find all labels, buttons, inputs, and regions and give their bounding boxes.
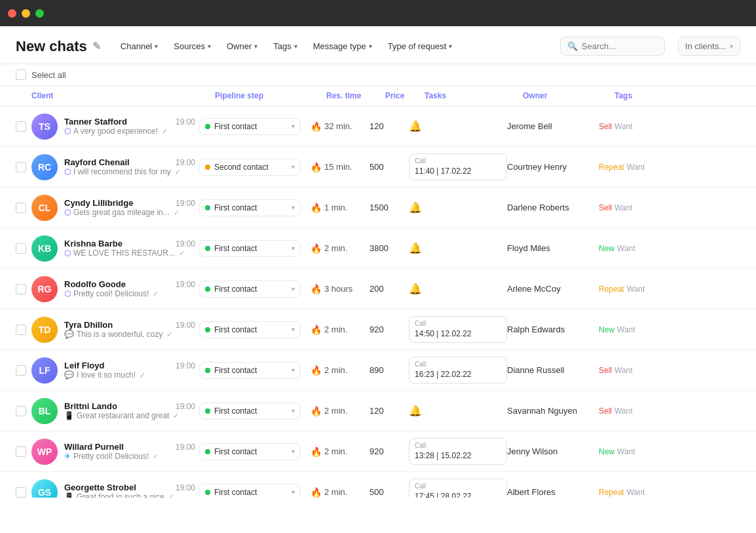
row-checkbox[interactable]	[16, 284, 26, 294]
pipeline-select[interactable]: First contact ▾	[199, 240, 301, 257]
filter-sources[interactable]: Sources ▾	[167, 37, 217, 55]
client-scope-select[interactable]: In clients... ▾	[678, 37, 740, 56]
row-owner: Jenny Wilson	[507, 446, 599, 456]
row-client: LF Leif Floyd 19:00 💬 I love it so much!…	[31, 357, 199, 384]
client-time: 19:00	[176, 321, 195, 330]
row-checkbox[interactable]	[16, 487, 26, 498]
row-checkbox[interactable]	[16, 162, 26, 172]
tag-want[interactable]: Want	[614, 406, 633, 416]
bell-icon: 🔔	[409, 121, 422, 132]
row-tasks: Call 11:40 | 17.02.22	[409, 153, 507, 180]
task-call-badge: Call 17:45 | 28.02.22	[409, 479, 507, 498]
row-checkbox[interactable]	[16, 121, 26, 132]
client-msg-text: A very good experience!	[73, 127, 158, 136]
pipeline-select[interactable]: First contact ▾	[199, 321, 301, 338]
fire-icon: 🔥	[311, 162, 322, 172]
pipeline-select[interactable]: First contact ▾	[199, 199, 301, 216]
row-client: BL Brittni Lando 19:00 📱 Great restauran…	[31, 398, 199, 424]
tag-want[interactable]: Want	[627, 163, 645, 172]
pipeline-select[interactable]: First contact ▾	[199, 362, 301, 379]
row-tags: Sell Want	[599, 406, 677, 416]
table-row[interactable]: TS Tanner Stafford 19:00 ⬡ A very good e…	[0, 106, 756, 147]
row-client: TS Tanner Stafford 19:00 ⬡ A very good e…	[31, 113, 199, 140]
row-checkbox[interactable]	[16, 446, 26, 457]
client-name: Rayford Chenail	[64, 157, 130, 167]
chevron-down-icon: ▾	[292, 245, 295, 252]
tag-sell[interactable]: Sell	[599, 366, 612, 375]
tag-want[interactable]: Want	[627, 488, 645, 497]
chevron-down-icon: ▾	[292, 366, 295, 374]
tag-sell[interactable]: Sell	[599, 406, 612, 416]
tag-want[interactable]: Want	[614, 366, 633, 375]
col-header-tags: Tags	[614, 91, 693, 100]
table-row[interactable]: BL Brittni Lando 19:00 📱 Great restauran…	[0, 391, 756, 431]
table-row[interactable]: RC Rayford Chenail 19:00 ⬡ I will recomm…	[0, 147, 756, 188]
tag-want[interactable]: Want	[617, 447, 635, 456]
row-res-time: 🔥 2 min.	[311, 446, 369, 457]
filter-type-of-request[interactable]: Type of request ▾	[381, 37, 459, 55]
pipeline-select[interactable]: First contact ▾	[199, 403, 301, 420]
client-info: Willard Purnell 19:00 ✈ Pretty cool! Del…	[64, 442, 195, 461]
chevron-down-icon: ▾	[292, 488, 295, 496]
channel-icon: ⬡	[64, 208, 71, 217]
row-tasks: 🔔	[409, 283, 507, 295]
tag-repeat[interactable]: Repeat	[599, 488, 624, 497]
tag-want[interactable]: Want	[617, 325, 635, 334]
row-checkbox-wrap	[16, 162, 31, 172]
row-tags: Repeat Want	[599, 163, 677, 172]
tag-new[interactable]: New	[599, 325, 614, 334]
pipeline-select[interactable]: First contact ▾	[199, 281, 301, 298]
chevron-down-icon: ▾	[292, 407, 295, 414]
client-time: 19:00	[176, 483, 195, 492]
tag-new[interactable]: New	[599, 447, 614, 456]
table-row[interactable]: TD Tyra Dhillon 19:00 💬 This is a wonder…	[0, 309, 756, 350]
edit-icon[interactable]: ✎	[92, 40, 101, 52]
pipeline-select[interactable]: Second contact ▾	[199, 159, 301, 176]
table-row[interactable]: GS Georgette Strobel 19:00 📱 Great food …	[0, 472, 756, 498]
close-dot[interactable]	[8, 9, 16, 18]
filter-bar: Channel ▾ Sources ▾ Owner ▾ Tags ▾ Messa…	[114, 37, 547, 55]
tag-want[interactable]: Want	[617, 244, 635, 253]
tag-sell[interactable]: Sell	[599, 203, 612, 212]
task-call-badge: Call 16:23 | 22.02.22	[409, 357, 507, 384]
maximize-dot[interactable]	[35, 9, 44, 18]
search-input[interactable]	[582, 41, 658, 51]
tag-want[interactable]: Want	[627, 285, 645, 294]
column-headers: Client Pipeline step Res. time Price Tas…	[0, 86, 756, 106]
row-checkbox-wrap	[16, 243, 31, 254]
table-row[interactable]: WP Willard Purnell 19:00 ✈ Pretty cool! …	[0, 431, 756, 472]
filter-owner[interactable]: Owner ▾	[220, 37, 264, 55]
tag-sell[interactable]: Sell	[599, 122, 612, 131]
filter-channel[interactable]: Channel ▾	[114, 37, 164, 55]
row-checkbox[interactable]	[16, 406, 26, 416]
tag-repeat[interactable]: Repeat	[599, 163, 624, 172]
tag-want[interactable]: Want	[614, 122, 633, 131]
channel-icon: ⬡	[64, 127, 71, 136]
table-row[interactable]: KB Krishna Barbe 19:00 ⬡ WE LOVE THIS RE…	[0, 228, 756, 269]
tag-repeat[interactable]: Repeat	[599, 285, 624, 294]
client-info: Georgette Strobel 19:00 📱 Great food in …	[64, 483, 195, 498]
pipeline-select[interactable]: First contact ▾	[199, 443, 301, 460]
minimize-dot[interactable]	[22, 9, 30, 18]
pipeline-select[interactable]: First contact ▾	[199, 484, 301, 498]
tag-want[interactable]: Want	[614, 203, 633, 212]
bell-icon: 🔔	[409, 405, 422, 416]
row-checkbox[interactable]	[16, 365, 26, 376]
tag-new[interactable]: New	[599, 244, 614, 253]
table-row[interactable]: LF Leif Floyd 19:00 💬 I love it so much!…	[0, 350, 756, 391]
row-pipeline: First contact ▾	[199, 362, 311, 379]
row-checkbox[interactable]	[16, 203, 26, 213]
filter-message-type[interactable]: Message type ▾	[307, 37, 379, 55]
row-tags: Sell Want	[599, 366, 677, 375]
row-checkbox[interactable]	[16, 325, 26, 335]
pipeline-select[interactable]: First contact ▾	[199, 118, 301, 135]
pipeline-label: First contact	[214, 325, 288, 334]
row-pipeline: First contact ▾	[199, 403, 311, 420]
filter-tags[interactable]: Tags ▾	[267, 37, 303, 55]
table-row[interactable]: RG Rodolfo Goode 19:00 ⬡ Pretty cool! De…	[0, 269, 756, 309]
table-row[interactable]: CL Cyndy Lillibridge 19:00 ⬡ Gets great …	[0, 188, 756, 228]
client-info: Rayford Chenail 19:00 ⬡ I will recommend…	[64, 157, 195, 176]
row-checkbox[interactable]	[16, 243, 26, 254]
read-check-icon: ✓	[168, 493, 174, 498]
select-all-checkbox[interactable]	[16, 69, 26, 80]
